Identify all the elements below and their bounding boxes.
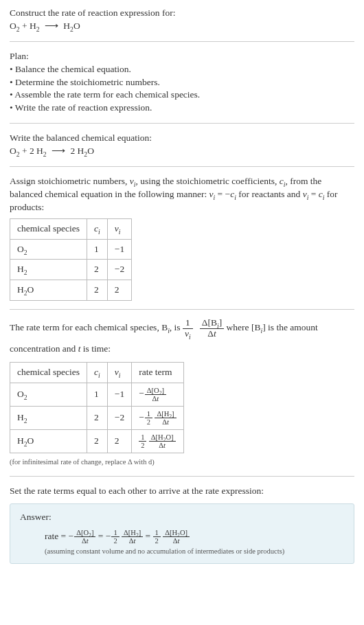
col-vi: νi (107, 218, 131, 239)
stoich-table: chemical species ci νi O2 1 −1 H2 2 −2 H… (10, 218, 132, 302)
rateterm-table: chemical species ci νi rate term O2 1 −1… (10, 362, 184, 453)
rateterm-lead: The rate term for each chemical species,… (10, 318, 354, 358)
fraction: 1νi (183, 318, 193, 339)
cell-ci: 1 (87, 383, 108, 406)
divider (10, 123, 354, 124)
table-row: H2O 2 2 12 Δ[H2O]Δt (10, 430, 184, 453)
cell-species: H2 (10, 260, 87, 280)
text: Assign stoichiometric numbers, (10, 176, 130, 186)
balanced-block: Write the balanced chemical equation: O2… (10, 132, 354, 158)
divider (10, 309, 354, 310)
table-row: H2 2 −2 (10, 260, 132, 280)
fraction: 12 (111, 529, 119, 545)
cell-ci: 2 (87, 430, 108, 453)
text: , using the stoichiometric coefficients, (135, 176, 279, 186)
cell-vi: −2 (107, 406, 131, 429)
fraction: Δ[O2]Δt (145, 387, 166, 402)
cell-ci: 2 (87, 406, 108, 429)
text: , is (170, 323, 183, 333)
cell-vi: −2 (107, 260, 131, 280)
table-row: chemical species ci νi (10, 218, 132, 239)
fraction: 12 (145, 410, 152, 426)
col-species: chemical species (10, 218, 87, 239)
plan-item: • Determine the stoichiometric numbers. (10, 76, 354, 89)
cell-vi: −1 (107, 383, 131, 406)
cell-rate: −12 Δ[H2]Δt (132, 406, 183, 429)
cell-ci: 2 (87, 260, 108, 280)
arrow-icon: ⟶ (49, 146, 68, 156)
col-ci: ci (87, 362, 108, 383)
plan-item: • Write the rate of reaction expression. (10, 102, 354, 115)
col-rate: rate term (132, 362, 183, 383)
text: for reactants and (236, 189, 303, 199)
plan-title: Plan: (10, 50, 354, 63)
balanced-equation: O2 + 2 H2 ⟶ 2 H2O (10, 145, 354, 158)
plan-item: • Assemble the rate term for each chemic… (10, 89, 354, 102)
table-row: O2 1 −1 (10, 239, 132, 260)
col-vi: νi (107, 362, 131, 383)
stoich-block: Assign stoichiometric numbers, νi, using… (10, 175, 354, 301)
divider (10, 166, 354, 167)
cell-vi: −1 (107, 239, 131, 260)
cell-species: H2O (10, 430, 87, 453)
fraction: Δ[H2O]Δt (163, 529, 190, 545)
cell-vi: 2 (107, 430, 131, 453)
divider (10, 41, 354, 42)
text: The rate term for each chemical species, (10, 323, 161, 333)
fraction: 12 (153, 529, 161, 545)
intro-equation: O2 + H2 ⟶ H2O (10, 20, 354, 33)
stoich-intro: Assign stoichiometric numbers, νi, using… (10, 175, 354, 214)
cell-species: H2O (10, 280, 87, 301)
final-block: Set the rate terms equal to each other t… (10, 485, 354, 565)
cell-species: O2 (10, 383, 87, 406)
arrow-icon: ⟶ (42, 21, 61, 31)
answer-assumption: (assuming constant volume and no accumul… (20, 545, 344, 557)
divider (10, 476, 354, 477)
fraction: Δ[H2O]Δt (149, 433, 176, 449)
answer-box: Answer: rate = −Δ[O2]Δt = −12 Δ[H2]Δt = … (10, 503, 354, 565)
cell-ci: 2 (87, 280, 108, 301)
fraction: 12 (139, 433, 146, 449)
balanced-title: Write the balanced chemical equation: (10, 132, 354, 145)
cell-species: O2 (10, 239, 87, 260)
table-row: O2 1 −1 −Δ[O2]Δt (10, 383, 184, 406)
fraction: Δ[O2]Δt (74, 529, 95, 545)
cell-species: H2 (10, 406, 87, 429)
col-species: chemical species (10, 362, 87, 383)
table-row: H2 2 −2 −12 Δ[H2]Δt (10, 406, 184, 429)
intro-block: Construct the rate of reaction expressio… (10, 7, 354, 33)
text: where (227, 323, 251, 333)
cell-vi: 2 (107, 280, 131, 301)
plan-item: • Balance the chemical equation. (10, 63, 354, 76)
intro-line: Construct the rate of reaction expressio… (10, 7, 354, 20)
plan-block: Plan: • Balance the chemical equation. •… (10, 50, 354, 115)
cell-ci: 1 (87, 239, 108, 260)
answer-label: Answer: (20, 511, 344, 524)
fraction: Δ[H2]Δt (155, 410, 176, 426)
fraction: Δ[Bi]Δt (200, 318, 224, 339)
rateterm-footnote: (for infinitesimal rate of change, repla… (10, 457, 354, 468)
text: is time: (80, 343, 111, 354)
col-ci: ci (87, 218, 108, 239)
table-row: chemical species ci νi rate term (10, 362, 184, 383)
table-row: H2O 2 2 (10, 280, 132, 301)
fraction: Δ[H2]Δt (122, 529, 143, 545)
rateterm-block: The rate term for each chemical species,… (10, 318, 354, 468)
final-lead: Set the rate terms equal to each other t… (10, 485, 354, 498)
answer-expression: rate = −Δ[O2]Δt = −12 Δ[H2]Δt = 12 Δ[H2O… (20, 527, 344, 545)
cell-rate: −Δ[O2]Δt (132, 383, 183, 406)
cell-rate: 12 Δ[H2O]Δt (132, 430, 183, 453)
